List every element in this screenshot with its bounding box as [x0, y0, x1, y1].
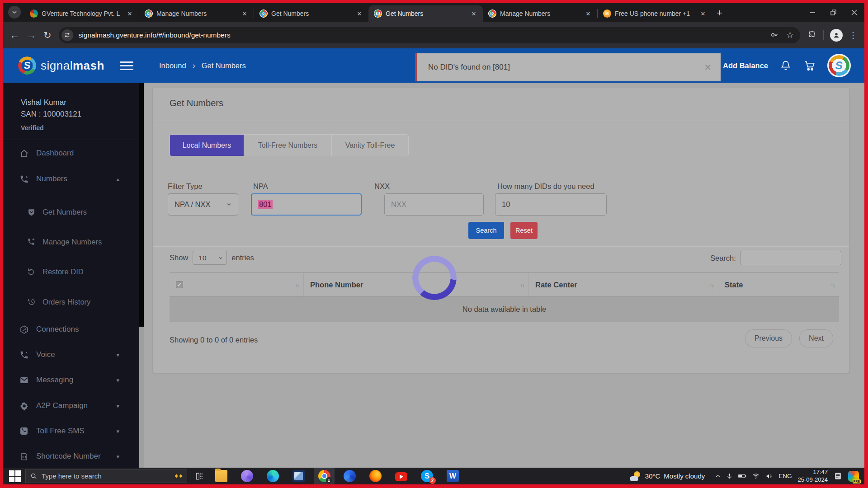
next-page-button[interactable]: Next	[799, 329, 833, 347]
file-explorer-icon[interactable]	[215, 470, 227, 482]
column-label: Phone Number	[310, 281, 363, 289]
select-all-checkbox[interactable]: ✓	[176, 281, 183, 288]
tab-manage-numbers-1[interactable]: Manage Numbers ✕	[139, 5, 254, 22]
search-button[interactable]: Search	[468, 222, 504, 239]
minimize-button[interactable]	[802, 3, 823, 22]
notifications-center-button[interactable]	[834, 472, 842, 480]
media-app-icon[interactable]	[241, 470, 253, 482]
tab-manage-numbers-2[interactable]: Manage Numbers ✕	[483, 5, 597, 22]
browser-menu-button[interactable]: ⋮	[849, 30, 857, 40]
youtube-icon[interactable]	[395, 472, 407, 481]
header-actions: Add Balance	[723, 48, 851, 83]
close-icon[interactable]: ✕	[355, 9, 364, 18]
sidebar-item-orders-history[interactable]: Orders History	[3, 295, 139, 309]
reload-button[interactable]: ↻	[43, 30, 52, 40]
sidebar-item-a2p-campaign[interactable]: A2P Campaign ▾	[3, 399, 139, 413]
table-search-input[interactable]	[741, 251, 841, 265]
sort-icon[interactable]: ↑↓	[709, 282, 713, 288]
sort-icon[interactable]: ↑↓	[295, 282, 299, 288]
taskbar-search-box[interactable]: Type here to search ✦✦	[25, 469, 187, 483]
system-clock[interactable]: 17:47 25-09-2024	[798, 469, 828, 484]
start-button[interactable]	[9, 470, 21, 482]
copilot-icon[interactable]: PRE	[848, 471, 859, 482]
browser-window: GVenture Technology Pvt. L ✕ Manage Numb…	[3, 3, 864, 484]
forward-button[interactable]: →	[27, 30, 36, 40]
task-view-button[interactable]	[195, 472, 203, 480]
close-icon[interactable]: ✕	[469, 9, 478, 18]
bookmark-star-icon[interactable]: ☆	[786, 30, 794, 40]
table-search-label: Search:	[710, 254, 736, 263]
previous-page-button[interactable]: Previous	[745, 329, 792, 347]
close-icon[interactable]: ✕	[584, 9, 593, 18]
state-column-header[interactable]: State ↑↓	[718, 273, 839, 296]
tab-toll-free-numbers[interactable]: Toll-Free Numbers	[244, 135, 332, 156]
nxx-input[interactable]	[391, 200, 477, 209]
sidebar-item-toll-free-sms[interactable]: Toll Free SMS ▾	[3, 424, 139, 438]
sidebar-item-shortcode-number[interactable]: Shortcode Number ▾	[3, 449, 139, 464]
signalmash-logo[interactable]: signalmash	[18, 48, 104, 83]
weather-widget[interactable]: 30°C Mostly cloudy	[630, 471, 705, 481]
breadcrumb-section[interactable]: Inbound	[159, 61, 186, 70]
close-icon[interactable]: ✕	[125, 9, 134, 18]
close-icon[interactable]: ✕	[698, 9, 708, 18]
sidebar-item-get-numbers[interactable]: Get Numbers	[3, 205, 139, 219]
close-window-button[interactable]	[844, 3, 864, 22]
tab-search-button[interactable]	[8, 6, 21, 19]
omnibox[interactable]: signalmash.gventure.info/#/inbound/get-n…	[59, 27, 800, 43]
sidebar-item-messaging[interactable]: Messaging ▾	[3, 373, 139, 387]
password-key-icon[interactable]	[770, 31, 779, 40]
notifications-bell-icon[interactable]	[780, 60, 792, 71]
browser-profile-button[interactable]	[830, 29, 843, 42]
sidebar-toggle-button[interactable]	[120, 59, 133, 72]
close-icon[interactable]: ✕	[240, 9, 249, 18]
tab-get-numbers-active[interactable]: Get Numbers ✕	[368, 5, 483, 22]
sidebar-item-dashboard[interactable]: Dashboard	[3, 146, 139, 160]
sort-icon[interactable]: ↑↓	[830, 282, 835, 288]
sort-icon[interactable]: ↑↓	[520, 282, 524, 288]
sidebar-item-numbers[interactable]: Numbers ▴	[3, 172, 139, 186]
word-icon[interactable]: W	[447, 470, 459, 482]
add-balance-button[interactable]: Add Balance	[723, 61, 768, 70]
alert-close-icon[interactable]: ✕	[704, 62, 712, 73]
npa-input[interactable]: 801	[251, 193, 362, 216]
firefox-icon[interactable]	[369, 470, 382, 482]
sidebar-item-connections[interactable]: Connections	[3, 322, 139, 337]
tab-free-us-number[interactable]: Free US phone number +1 ✕	[598, 5, 712, 22]
logo-text: signalmash	[41, 59, 104, 73]
select-all-column-header[interactable]: ✓ ↑↓	[170, 273, 304, 296]
restore-button[interactable]	[823, 3, 844, 22]
rate-center-column-header[interactable]: Rate Center ↑↓	[529, 273, 718, 296]
extensions-icon[interactable]	[807, 30, 817, 40]
tray-expand-button[interactable]	[715, 474, 721, 479]
page-size-select[interactable]: 10	[193, 251, 227, 265]
tab-local-numbers[interactable]: Local Numbers	[170, 135, 244, 156]
site-info-button[interactable]	[61, 29, 73, 41]
dids-input[interactable]	[502, 200, 600, 209]
sidebar-item-voice[interactable]: Voice ▾	[3, 347, 139, 362]
user-san: SAN : 100003121	[21, 110, 81, 119]
photos-app-icon[interactable]	[292, 470, 305, 482]
filter-type-select[interactable]: NPA / NXX	[168, 193, 238, 216]
sidebar-item-restore-did[interactable]: Restore DID	[3, 264, 139, 279]
tab-vanity-toll-free[interactable]: Vanity Toll-Free	[332, 135, 408, 156]
scrollbar-thumb[interactable]	[139, 83, 144, 327]
tab-get-numbers-1[interactable]: Get Numbers ✕	[254, 5, 368, 22]
edge-browser-icon[interactable]	[267, 470, 279, 482]
language-indicator[interactable]: ENG	[778, 473, 792, 479]
back-button[interactable]: ←	[10, 30, 19, 40]
sidebar-item-manage-numbers[interactable]: Manage Numbers	[3, 235, 139, 249]
speaker-icon[interactable]	[765, 473, 773, 479]
cart-icon[interactable]	[803, 60, 816, 72]
gear-icon	[19, 401, 29, 411]
tab-gventure[interactable]: GVenture Technology Pvt. L ✕	[24, 5, 139, 22]
battery-icon[interactable]	[738, 473, 746, 479]
skype-icon[interactable]: S 2	[421, 470, 433, 482]
chrome-taskbar-active[interactable]	[314, 468, 335, 484]
account-avatar[interactable]	[827, 54, 851, 77]
new-tab-button[interactable]: +	[717, 7, 722, 19]
microphone-tray-icon[interactable]	[726, 473, 732, 479]
sidebar-scrollbar[interactable]	[139, 83, 144, 468]
reset-button[interactable]: Reset	[510, 222, 538, 239]
wifi-icon[interactable]	[752, 473, 760, 479]
blue-app-icon[interactable]	[344, 470, 356, 482]
